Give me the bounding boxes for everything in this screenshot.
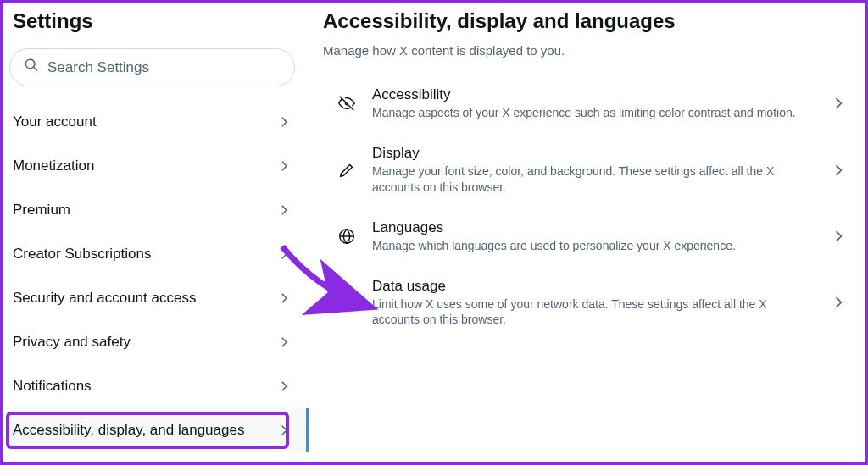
- page-title: Accessibility, display and languages: [320, 6, 859, 43]
- sidebar-item-your-account[interactable]: Your account: [6, 100, 298, 144]
- option-title: Display: [372, 145, 815, 162]
- bar-chart-icon: [337, 292, 357, 313]
- chevron-right-icon: [276, 291, 292, 306]
- chevron-right-icon: [830, 95, 847, 112]
- option-accessibility[interactable]: Accessibility Manage aspects of your X e…: [320, 75, 859, 133]
- settings-sidebar: Settings Your account Monetization Premi…: [3, 3, 309, 462]
- sidebar-item-label: Privacy and safety: [13, 334, 131, 351]
- option-title: Data usage: [372, 278, 815, 295]
- sidebar-item-label: Monetization: [13, 158, 94, 174]
- sidebar-title: Settings: [6, 3, 298, 48]
- chevron-right-icon: [276, 202, 292, 218]
- option-body: Data usage Limit how X uses some of your…: [372, 278, 815, 329]
- chevron-right-icon: [276, 246, 292, 262]
- page-subtitle: Manage how X content is displayed to you…: [320, 43, 859, 75]
- option-body: Display Manage your font size, color, an…: [372, 145, 815, 196]
- option-desc: Manage aspects of your X experience such…: [372, 105, 815, 121]
- chevron-right-icon: [276, 423, 292, 438]
- option-title: Languages: [372, 219, 815, 236]
- pen-icon: [337, 160, 357, 180]
- sidebar-item-label: Premium: [13, 202, 70, 219]
- search-box[interactable]: [9, 48, 295, 86]
- sidebar-item-premium[interactable]: Premium: [6, 188, 298, 232]
- sidebar-item-notifications[interactable]: Notifications: [6, 364, 298, 408]
- sidebar-item-label: Creator Subscriptions: [13, 246, 151, 263]
- option-display[interactable]: Display Manage your font size, color, an…: [320, 133, 859, 208]
- chevron-right-icon: [830, 228, 847, 245]
- sidebar-item-label: Accessibility, display, and languages: [13, 422, 244, 439]
- option-title: Accessibility: [372, 86, 815, 103]
- search-input[interactable]: [47, 59, 281, 76]
- chevron-right-icon: [276, 158, 292, 174]
- option-body: Accessibility Manage aspects of your X e…: [372, 86, 815, 121]
- chevron-right-icon: [276, 114, 292, 130]
- sidebar-item-creator-subscriptions[interactable]: Creator Subscriptions: [6, 232, 298, 276]
- option-body: Languages Manage which languages are use…: [372, 219, 815, 254]
- globe-icon: [337, 226, 357, 246]
- chevron-right-icon: [276, 379, 292, 394]
- eye-off-icon: [337, 93, 357, 113]
- sidebar-item-monetization[interactable]: Monetization: [6, 144, 298, 188]
- search-container: [6, 48, 298, 100]
- option-desc: Manage your font size, color, and backgr…: [372, 163, 815, 196]
- sidebar-item-label: Your account: [13, 113, 97, 130]
- settings-frame: Settings Your account Monetization Premi…: [0, 0, 868, 465]
- option-languages[interactable]: Languages Manage which languages are use…: [320, 208, 859, 266]
- sidebar-item-label: Notifications: [13, 378, 92, 395]
- sidebar-item-security[interactable]: Security and account access: [6, 276, 298, 320]
- sidebar-item-label: Security and account access: [13, 290, 196, 307]
- chevron-right-icon: [276, 335, 292, 350]
- chevron-right-icon: [830, 294, 847, 311]
- chevron-right-icon: [830, 162, 847, 179]
- sidebar-item-accessibility[interactable]: Accessibility, display, and languages: [6, 408, 309, 452]
- option-desc: Manage which languages are used to perso…: [372, 238, 815, 254]
- option-data-usage[interactable]: Data usage Limit how X uses some of your…: [320, 266, 859, 340]
- search-icon: [24, 58, 47, 77]
- sidebar-item-privacy[interactable]: Privacy and safety: [6, 320, 298, 364]
- main-panel: Accessibility, display and languages Man…: [309, 3, 865, 462]
- option-desc: Limit how X uses some of your network da…: [372, 296, 815, 329]
